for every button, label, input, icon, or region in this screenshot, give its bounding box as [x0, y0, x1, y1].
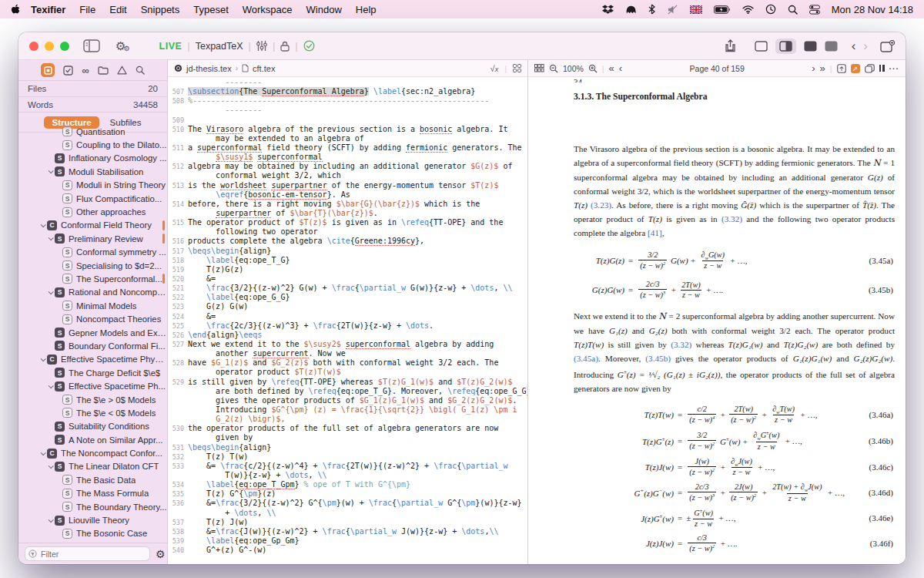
- code-line[interactable]: \eqref{bosonic-em-tensor}. As: [168, 190, 527, 200]
- time-machine-icon[interactable]: [765, 4, 776, 15]
- tree-item[interactable]: SSpecialising to $d=2...: [18, 259, 167, 272]
- tree-item[interactable]: SGepner Models and Exa...: [18, 326, 167, 339]
- typeset-settings-gear-icon[interactable]: ⚙⚙: [116, 39, 130, 53]
- code-line[interactable]: 512algebra may be obtained by including …: [168, 162, 527, 171]
- view-pdf-only-button[interactable]: [804, 41, 817, 52]
- tree-item[interactable]: SThe Boundary Theory...: [18, 500, 167, 513]
- tree-item[interactable]: CConformal Field Theory: [18, 219, 167, 232]
- tree-item[interactable]: SThe Bosonic Case: [18, 527, 167, 540]
- typeset-success-check-icon[interactable]: [303, 40, 315, 52]
- code-line[interactable]: may be extended to an algebra of: [168, 134, 527, 143]
- tree-item[interactable]: SModuli Stabilisation: [18, 165, 167, 178]
- next-page-icon[interactable]: ›: [812, 62, 815, 74]
- menu-item-edit[interactable]: Edit: [102, 4, 133, 15]
- code-line[interactable]: 509: [168, 116, 527, 125]
- code-line[interactable]: are both defined by \refeq{eq:ope_T_G}. …: [168, 387, 527, 396]
- tree-item[interactable]: SModuli in String Theory: [18, 179, 167, 192]
- tree-item[interactable]: SThe $\e > 0$ Models: [18, 393, 167, 406]
- tree-item[interactable]: SThe Mass Formula: [18, 487, 167, 500]
- tree-item[interactable]: SThe Basic Data: [18, 473, 167, 486]
- code-line[interactable]: 520 &=: [168, 274, 527, 284]
- menu-clock[interactable]: Mon 28 Nov 14:18: [832, 4, 913, 15]
- menu-item-snippets[interactable]: Snippets: [134, 4, 187, 15]
- symbols-pane-icon[interactable]: ∞: [82, 65, 89, 76]
- code-line[interactable]: 526\end{align}\eeqs: [168, 331, 527, 340]
- chevron-down-icon[interactable]: [38, 358, 47, 361]
- breadcrumb-root[interactable]: jd-thesis.tex: [186, 64, 232, 73]
- tree-item[interactable]: SOther approaches: [18, 205, 167, 218]
- code-line[interactable]: gives the operator products of $G_1(z)G_…: [168, 396, 527, 405]
- chevron-down-icon[interactable]: [38, 452, 47, 455]
- code-line[interactable]: 521 \frac{3/2}{(z-w)^2} G(w) + \frac{\pa…: [168, 284, 527, 293]
- tree-item[interactable]: SBoundary Conformal Fi...: [18, 339, 167, 352]
- tree-item[interactable]: SThe Superconformal...: [18, 272, 167, 285]
- chevron-down-icon[interactable]: [45, 465, 55, 469]
- tree-item[interactable]: SPreliminary Review: [18, 232, 167, 245]
- code-line[interactable]: 534 \label{eq:ope_T_Gpm} % ope of T with…: [168, 480, 527, 489]
- code-line[interactable]: 536 &=\frac{3/2}{(z-w)^2} G^{\pm}(w) + \…: [168, 499, 527, 508]
- issues-pane-icon[interactable]: [117, 66, 127, 75]
- code-line[interactable]: G_2(z) \bigr)$,: [168, 415, 527, 424]
- code-line[interactable]: 522 \label{eq:ope_G_G}: [168, 293, 527, 302]
- tree-item[interactable]: SConformal symmetry ...: [18, 246, 167, 259]
- close-button[interactable]: [29, 42, 38, 51]
- menu-item-workspace[interactable]: Workspace: [236, 4, 300, 15]
- code-line[interactable]: + \dots, \\: [168, 508, 527, 517]
- code-line[interactable]: 531\beqs\begin{align}: [168, 442, 527, 452]
- pause-typeset-icon[interactable]: [879, 65, 885, 72]
- search-icon[interactable]: [788, 5, 798, 15]
- code-line[interactable]: 528have $G_1(z)$ and $G_2(z)$ both with …: [168, 358, 527, 368]
- sidebar-toggle-icon[interactable]: [83, 39, 100, 52]
- live-typeset-label[interactable]: LIVE: [159, 41, 182, 52]
- chevron-down-icon[interactable]: [45, 170, 55, 173]
- view-editor-only-button[interactable]: [755, 41, 768, 52]
- files-pane-icon[interactable]: [98, 66, 109, 75]
- code-line[interactable]: 511a superconformal field theory (SCFT) …: [168, 143, 527, 153]
- code-line[interactable]: 525 \frac{2c/3}{(z-w)^3} + \frac{2T(w)}{…: [168, 321, 527, 331]
- code-line[interactable]: following two operator: [168, 227, 527, 237]
- sidebar-settings-gear-icon[interactable]: ⚙: [156, 548, 166, 560]
- uk-keyboard-flag-icon[interactable]: [690, 5, 702, 14]
- math-preview-icon[interactable]: √x: [490, 64, 499, 73]
- code-line[interactable]: 507\subsection{The Superconformal Algebr…: [168, 87, 527, 96]
- tree-item[interactable]: CEffective Spacetime Physi...: [18, 353, 167, 366]
- todo-pane-icon[interactable]: [63, 66, 73, 76]
- apple-logo[interactable]: [11, 4, 21, 15]
- lock-icon[interactable]: [280, 41, 290, 52]
- minimize-button[interactable]: [45, 42, 54, 51]
- code-line[interactable]: 515The operator product of $T(z)$ is giv…: [168, 218, 527, 227]
- code-line[interactable]: 537 T(z) J(w): [168, 518, 527, 527]
- filter-input[interactable]: [25, 546, 150, 561]
- menu-item-texifier[interactable]: Texifier: [24, 4, 72, 15]
- first-page-icon[interactable]: «: [609, 62, 614, 74]
- tree-item[interactable]: SRational and Noncompa...: [18, 286, 167, 299]
- code-line[interactable]: another supercurrent. Now we: [168, 349, 527, 358]
- chevron-down-icon[interactable]: [45, 519, 55, 523]
- back-button[interactable]: ‹: [852, 39, 856, 52]
- tree-item[interactable]: SFlux Compactificatio...: [18, 192, 167, 205]
- code-line[interactable]: 516products complete the algebra \cite{G…: [168, 237, 527, 246]
- wifi-icon[interactable]: [742, 5, 754, 14]
- code-line[interactable]: 535 T(z) G^{\pm}(z): [168, 489, 527, 499]
- tree-item[interactable]: SInflationary Cosmology ...: [18, 152, 167, 165]
- code-line[interactable]: 519 T(z)G(z): [168, 265, 527, 274]
- zoom-out-icon[interactable]: [549, 64, 558, 73]
- code-line[interactable]: 518 \label{eq:ope_T_G}: [168, 256, 527, 265]
- code-line[interactable]: 540 G^+(z) G^-(w): [168, 546, 527, 555]
- tree-item[interactable]: SMinimal Models: [18, 299, 167, 312]
- code-line[interactable]: 533 &= \frac{c/2}{(z-w)^4} + \frac{2T(w)…: [168, 462, 527, 471]
- zoom-level[interactable]: 100%: [563, 64, 584, 73]
- tree-item[interactable]: SSuitability Conditions: [18, 420, 167, 433]
- code-line[interactable]: Introducing $G^{\pm} (z) = \frac{1}{\sqr…: [168, 405, 527, 415]
- prev-page-icon[interactable]: ‹: [619, 62, 622, 74]
- thumbnails-icon[interactable]: [534, 64, 544, 72]
- code-line[interactable]: conformal weight 3/2, which: [168, 171, 527, 180]
- tree-item[interactable]: SEffective Spacetime Ph...: [18, 379, 167, 392]
- tree-item[interactable]: SCoupling to the Dilato...: [18, 138, 167, 151]
- code-line[interactable]: 523 G(z) G(w): [168, 302, 527, 311]
- code-line[interactable]: operator product $T(z)T(w)$: [168, 368, 527, 377]
- code-line[interactable]: 513is the worldsheet superpartner of the…: [168, 181, 527, 190]
- code-line[interactable]: --------: [168, 78, 527, 87]
- code-line[interactable]: 510The Virasoro algebra of the previous …: [168, 125, 527, 134]
- menu-item-window[interactable]: Window: [300, 4, 349, 15]
